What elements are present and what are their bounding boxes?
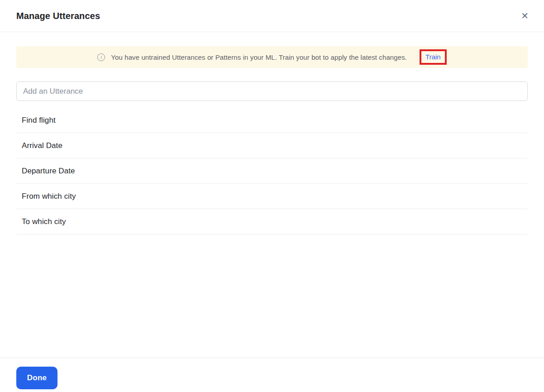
dialog-header: Manage Utterances ✕ [0,0,544,32]
untrained-warning-banner: i You have untrained Utterances or Patte… [16,46,528,68]
train-highlight-box: Train [420,49,447,65]
info-icon: i [97,53,105,61]
utterance-row[interactable]: Find flight [16,108,528,133]
utterance-row[interactable]: To which city [16,209,528,234]
utterance-row[interactable]: From which city [16,184,528,209]
utterance-label: To which city [22,217,66,226]
utterance-label: From which city [22,192,76,201]
warning-message: You have untrained Utterances or Pattern… [111,53,407,61]
close-icon[interactable]: ✕ [519,10,530,22]
utterance-row[interactable]: Arrival Date [16,133,528,158]
dialog-footer: Done [0,358,544,392]
dialog-body: i You have untrained Utterances or Patte… [0,32,544,358]
utterance-label: Arrival Date [22,141,62,150]
page-title: Manage Utterances [16,11,100,21]
utterance-label: Find flight [22,116,56,125]
utterance-label: Departure Date [22,167,75,176]
spacer [16,234,528,358]
train-link[interactable]: Train [425,53,441,61]
utterance-row[interactable]: Departure Date [16,158,528,184]
add-utterance-input[interactable] [16,81,528,101]
done-button[interactable]: Done [16,367,57,389]
utterance-list: Find flight Arrival Date Departure Date … [16,108,528,234]
